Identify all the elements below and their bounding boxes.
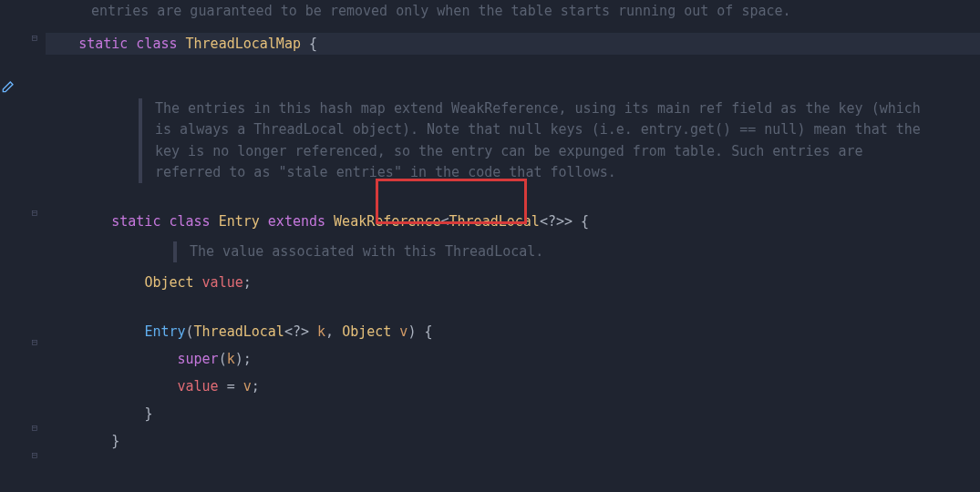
param-v: v — [243, 378, 252, 395]
angle-lt: < — [441, 213, 449, 230]
brace-open: { — [301, 36, 317, 52]
param-k: k — [227, 351, 235, 367]
edit-icon[interactable] — [0, 80, 15, 95]
paren-close: ) — [235, 351, 243, 367]
wildcard: <?> — [540, 213, 564, 230]
field-value: value — [202, 274, 243, 291]
param-k: k — [309, 323, 325, 340]
fold-expanded-icon[interactable]: ⊟ — [29, 337, 40, 348]
semicolon: ; — [243, 351, 252, 367]
keyword-class: class — [169, 213, 210, 230]
javadoc-comment: The value associated with this ThreadLoc… — [46, 241, 930, 262]
paren-open: ( — [219, 351, 227, 367]
constructor-name: Entry — [144, 323, 185, 340]
brace-close: } — [144, 405, 152, 422]
type-entry: Entry — [219, 213, 260, 230]
comment-line: entries are guaranteed to be removed onl… — [46, 0, 980, 22]
angle-gt: > — [564, 213, 573, 230]
semicolon: ; — [252, 378, 260, 395]
fold-expanded-icon[interactable]: ⊟ — [29, 33, 40, 44]
brace-open: { — [573, 213, 589, 230]
field-value: value — [178, 378, 219, 395]
keyword-static: static — [78, 36, 128, 52]
comment-text: The entries in this hash map extend Weak… — [139, 98, 930, 183]
equals: = — [219, 378, 243, 395]
type-threadlocal: ThreadLocal — [194, 323, 284, 340]
keyword-static: static — [111, 213, 160, 230]
comment-text: The value associated with this ThreadLoc… — [173, 241, 930, 262]
brace-close: } — [46, 430, 980, 452]
keyword-extends: extends — [268, 213, 325, 230]
type-object: Object — [144, 274, 193, 291]
comma: , — [325, 323, 342, 340]
super-call: super(k); — [46, 348, 980, 370]
wildcard: <?> — [284, 323, 309, 340]
param-v: v — [391, 323, 407, 340]
brace-close: } — [46, 403, 980, 425]
fold-expanded-icon[interactable]: ⊟ — [29, 208, 40, 219]
fold-collapse-icon[interactable]: ⊟ — [29, 423, 40, 434]
assignment: value = v; — [46, 375, 980, 397]
code-editor[interactable]: entries are guaranteed to be removed onl… — [46, 0, 980, 492]
type-object: Object — [342, 323, 391, 340]
constructor-declaration: Entry(ThreadLocal<?> k, Object v) { — [46, 321, 980, 343]
type-threadlocal: ThreadLocal — [449, 213, 540, 230]
fold-collapse-icon[interactable]: ⊟ — [29, 450, 40, 461]
class-declaration: static class ThreadLocalMap { — [46, 33, 980, 55]
class-declaration-entry: static class Entry extends WeakReference… — [46, 210, 980, 232]
brace-close: } — [111, 433, 119, 449]
type-weakreference: WeakReference — [334, 213, 440, 230]
javadoc-comment: The entries in this hash map extend Weak… — [46, 98, 930, 183]
brace-open: { — [416, 323, 432, 340]
keyword-class: class — [136, 36, 177, 52]
keyword-super: super — [178, 351, 219, 367]
gutter: ⊟ ⊟ ⊟ ⊟ ⊟ — [0, 0, 46, 492]
paren-open: ( — [186, 323, 194, 340]
type-name: ThreadLocalMap — [186, 36, 301, 52]
field-declaration: Object value; — [46, 272, 980, 293]
semicolon: ; — [243, 274, 252, 291]
